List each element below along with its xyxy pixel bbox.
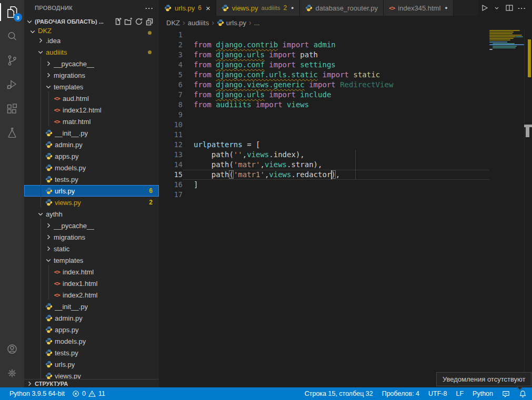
tree-item-aythh[interactable]: aythh [24, 208, 159, 220]
breadcrumb-item[interactable]: DKZ [166, 19, 180, 27]
breadcrumb-item[interactable]: urls.py [217, 19, 246, 27]
chev-down-icon [29, 28, 36, 35]
activity-source-control[interactable] [0, 48, 24, 73]
tree-item--idea[interactable]: .idea [24, 35, 159, 46]
status-encoding[interactable]: UTF-8 [428, 390, 447, 397]
status-problems[interactable]: 011 [72, 390, 105, 397]
refresh-icon[interactable] [134, 16, 144, 27]
tree-item-admin-py[interactable]: admin.py [24, 139, 159, 150]
tree-item-apps-py[interactable]: apps.py [24, 324, 159, 335]
tab-database-roouter-py[interactable]: database_roouter.py [300, 0, 384, 16]
status-indentation[interactable]: Пробелов: 4 [382, 390, 419, 397]
code-line-10[interactable]: 10 [159, 120, 489, 130]
status-python-version[interactable]: Python 3.9.5 64-bit [9, 390, 65, 397]
modified-dot-icon[interactable]: ● [445, 5, 447, 11]
code-text [183, 110, 489, 120]
code-line-5[interactable]: 5from django.conf.urls.static import sta… [159, 70, 489, 80]
code-line-9[interactable]: 9 [159, 110, 489, 120]
tree-item--init-py[interactable]: __init__.py [24, 301, 159, 312]
tree-item-index12-html[interactable]: <>index12.html [24, 104, 159, 116]
code-line-11[interactable]: 11 [159, 130, 489, 140]
tree-item-admin-py[interactable]: admin.py [24, 312, 159, 324]
activity-extensions[interactable] [0, 97, 24, 121]
tab-urls-py[interactable]: urls.py6× [159, 0, 216, 16]
code-text: path('matr',views.stran), [183, 160, 489, 170]
status-cursor-position[interactable]: Строка 15, столбец 32 [305, 390, 373, 397]
tree-item--init-py[interactable]: __init__.py [24, 127, 159, 139]
status-notifications[interactable] [519, 390, 527, 398]
tree-item-migrations[interactable]: migrations [24, 231, 159, 243]
outline-section-header[interactable]: СТРУКТУРА [24, 379, 159, 387]
code-editor[interactable]: 12from django.contrib import admin3from … [159, 30, 489, 200]
code-line-1[interactable]: 1 [159, 30, 489, 40]
status-language-mode[interactable]: Python [473, 390, 493, 397]
tree-item-dkz[interactable]: DKZ [24, 27, 159, 35]
tree-item-static[interactable]: static [24, 243, 159, 254]
tooltip-text: Уведомления отсутствуют [443, 375, 525, 383]
tree-item-audiiits[interactable]: audiiits [24, 46, 159, 58]
code-line-2[interactable]: 2from django.contrib import admin [159, 40, 489, 50]
workspace-section-header[interactable]: (РАБОЧАЯ ОБЛАСТЬ) ... [24, 16, 159, 27]
tree-item--pycache-[interactable]: __pycache__ [24, 58, 159, 69]
html-icon: <> [54, 95, 59, 102]
tree-item-index-html[interactable]: <>index.html [24, 266, 159, 278]
html-icon: <> [389, 5, 395, 12]
tree-item-tests-py[interactable]: tests.py [24, 347, 159, 358]
code-line-17[interactable]: 17 [159, 190, 489, 200]
code-line-15[interactable]: 15 path('matr1',views.redactor), [159, 170, 489, 180]
tree-item-matr-html[interactable]: <>matr.html [24, 116, 159, 127]
activity-search[interactable] [0, 24, 24, 48]
tree-item-index1-html[interactable]: <>index1.html [24, 278, 159, 289]
code-line-4[interactable]: 4from django.conf import settings [159, 60, 489, 70]
run-dropdown-icon[interactable] [491, 2, 503, 14]
scrollbar[interactable] [524, 14, 532, 387]
activity-testing[interactable] [0, 121, 24, 145]
code-line-12[interactable]: 12urlpatterns = [ [159, 140, 489, 150]
status-eol[interactable]: LF [456, 390, 464, 397]
activity-explorer[interactable]: 3 [0, 0, 24, 24]
code-line-3[interactable]: 3from django.urls import path [159, 50, 489, 60]
tree-item-migrations[interactable]: migrations [24, 69, 159, 81]
tree-item-models-py[interactable]: models.py [24, 335, 159, 347]
tree-item-views-py[interactable]: views.py2 [24, 197, 159, 208]
code-line-7[interactable]: 7from django.urls import include [159, 90, 489, 100]
sidebar-more-icon[interactable]: ··· [145, 4, 154, 12]
breadcrumb-item[interactable]: ... [254, 19, 260, 27]
tree-item-aud-html[interactable]: <>aud.html [24, 93, 159, 104]
close-icon[interactable]: × [206, 4, 210, 13]
tab-index345-html[interactable]: <>index345.html● [384, 0, 454, 16]
tree-item-models-py[interactable]: models.py [24, 162, 159, 173]
code-line-6[interactable]: 6from django.views.generic import Redire… [159, 80, 489, 90]
split-icon[interactable] [504, 2, 515, 14]
python-icon [45, 337, 53, 345]
chev-right-icon [37, 37, 44, 44]
code-line-13[interactable]: 13 path('',views.index), [159, 150, 489, 160]
minimap[interactable] [489, 29, 525, 387]
run-icon[interactable] [478, 2, 490, 14]
tree-item-urls-py[interactable]: urls.py6 [24, 185, 159, 197]
new-folder-icon[interactable] [123, 16, 134, 27]
code-line-14[interactable]: 14 path('matr',views.stran), [159, 160, 489, 170]
tree-item-urls-py[interactable]: urls.py [24, 358, 159, 370]
line-number: 9 [159, 110, 183, 120]
status-count: 11 [98, 390, 105, 397]
activity-run-debug[interactable] [0, 73, 24, 97]
code-line-8[interactable]: 8from audiiits import views [159, 100, 489, 110]
new-file-icon[interactable] [113, 16, 123, 27]
tree-item-index2-html[interactable]: <>index2.html [24, 289, 159, 301]
tree-item-tests-py[interactable]: tests.py [24, 173, 159, 185]
tree-item-apps-py[interactable]: apps.py [24, 150, 159, 162]
activity-account[interactable] [0, 337, 24, 361]
tree-item-templates[interactable]: templates [24, 254, 159, 266]
activity-settings[interactable] [0, 361, 24, 385]
code-line-16[interactable]: 16] [159, 180, 489, 190]
breadcrumb-item[interactable]: audiiits [188, 19, 209, 27]
collapse-all-icon[interactable] [144, 16, 155, 27]
status-feedback[interactable] [502, 390, 510, 398]
tab-views-py[interactable]: views.pyaudiiits2● [216, 0, 300, 16]
chev-right-icon [45, 245, 52, 252]
modified-dot-icon[interactable]: ● [291, 5, 294, 11]
tree-item-templates[interactable]: templates [24, 81, 159, 93]
tree-item--pycache-[interactable]: __pycache__ [24, 220, 159, 231]
more-icon[interactable]: ··· [516, 2, 528, 14]
